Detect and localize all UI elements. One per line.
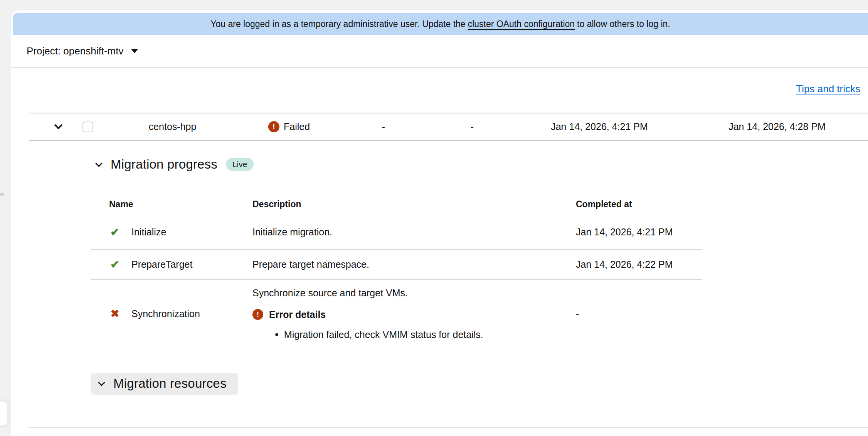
project-selector-label: Project: openshift-mtv [27, 45, 123, 57]
migration-progress-section-toggle[interactable]: Migration progress Live [96, 157, 254, 172]
select-cell [73, 122, 102, 132]
vm-status-label: Failed [284, 121, 310, 132]
step-completed-at: Jan 14, 2026, 4:21 PM [576, 226, 702, 238]
main-content-panel: You are logged in as a temporary adminis… [11, 10, 868, 436]
left-edge-fragment [0, 193, 4, 196]
migration-resources-section-toggle[interactable]: Migration resources [91, 373, 238, 395]
migration-resources-title: Migration resources [113, 376, 227, 391]
step-description: Prepare target namespace. [252, 259, 576, 270]
vm-started-value: Jan 14, 2026, 4:21 PM [551, 121, 648, 132]
step-description-stack: Synchronize source and target VMs. ! Err… [252, 287, 576, 340]
check-icon: ✔ [109, 258, 121, 271]
vm-col4-value: - [382, 121, 385, 132]
exclamation-circle-icon: ! [252, 309, 263, 320]
live-badge: Live [226, 158, 254, 171]
table-toolbar: Tips and tricks [11, 68, 868, 113]
table-row: ✔ Initialize Initialize migration. Jan 1… [91, 215, 702, 250]
row-checkbox[interactable] [82, 122, 93, 132]
x-icon: ✖ [109, 308, 121, 320]
vm-col5-value: - [471, 121, 474, 132]
step-name-cell: ✔ Initialize [91, 226, 252, 238]
tips-and-tricks-link[interactable]: Tips and tricks [796, 83, 860, 95]
bullet-icon: • [275, 329, 279, 340]
check-icon: ✔ [109, 226, 121, 238]
error-details-title: Error details [269, 309, 326, 320]
expanded-row-details: Migration progress Live Name Description… [11, 141, 868, 395]
row-expand-toggle[interactable] [53, 121, 64, 133]
error-bullet-text: Migration failed, check VMIM status for … [284, 329, 483, 340]
vm-completed-cell: Jan 14, 2026, 4:28 PM [686, 121, 868, 132]
exclamation-circle-icon: ! [268, 121, 279, 132]
vm-col5-cell: - [432, 121, 513, 132]
header-description: Description [252, 199, 576, 210]
migration-progress-title: Migration progress [111, 157, 217, 172]
step-name: Initialize [131, 226, 166, 238]
vm-name-cell: centos-hpp [102, 121, 243, 132]
bottom-divider [29, 428, 868, 428]
banner-text-before: You are logged in as a temporary adminis… [210, 19, 465, 29]
header-name: Name [91, 199, 252, 210]
chevron-down-icon [98, 379, 105, 386]
step-completed-at: Jan 14, 2026, 4:22 PM [576, 259, 702, 270]
step-name: Synchronization [131, 308, 200, 319]
error-details-line: ! Error details [252, 308, 576, 321]
step-name-cell: ✖ Synchronization [91, 308, 252, 320]
project-selector[interactable]: Project: openshift-mtv [27, 45, 138, 57]
step-description: Initialize migration. [252, 226, 576, 238]
step-completed-at: - [576, 308, 702, 319]
step-name: PrepareTarget [131, 259, 192, 270]
pipeline-table-header: Name Description Completed at [91, 193, 702, 215]
table-row: ✔ PrepareTarget Prepare target namespace… [91, 250, 702, 280]
step-description: Synchronize source and target VMs. [252, 287, 576, 299]
project-bar: Project: openshift-mtv [11, 35, 868, 68]
banner-text-after: to allow others to log in. [577, 19, 670, 29]
vm-name: centos-hpp [149, 121, 197, 132]
vm-col4-cell: - [335, 121, 432, 132]
bottom-left-widget [0, 399, 10, 428]
error-bullet-item: • Migration failed, check VMIM status fo… [252, 329, 576, 340]
expand-cell [29, 121, 73, 133]
vm-completed-value: Jan 14, 2026, 4:28 PM [728, 121, 826, 132]
caret-down-icon [131, 49, 138, 53]
vm-status-cell: ! Failed [243, 121, 335, 132]
pipeline-steps-table: Name Description Completed at ✔ Initiali… [91, 193, 702, 352]
step-name-cell: ✔ PrepareTarget [91, 258, 252, 271]
table-row: ✖ Synchronization Synchronize source and… [91, 280, 702, 352]
vm-started-cell: Jan 14, 2026, 4:21 PM [513, 121, 686, 132]
temp-admin-banner: You are logged in as a temporary adminis… [13, 13, 868, 35]
chevron-down-icon [54, 121, 62, 129]
header-completed-at: Completed at [576, 199, 702, 210]
cluster-oauth-config-link[interactable]: cluster OAuth configuration [468, 19, 575, 29]
vm-migration-row: centos-hpp ! Failed - - Jan 14, 2026, 4:… [29, 113, 868, 141]
chevron-down-icon [95, 160, 102, 167]
